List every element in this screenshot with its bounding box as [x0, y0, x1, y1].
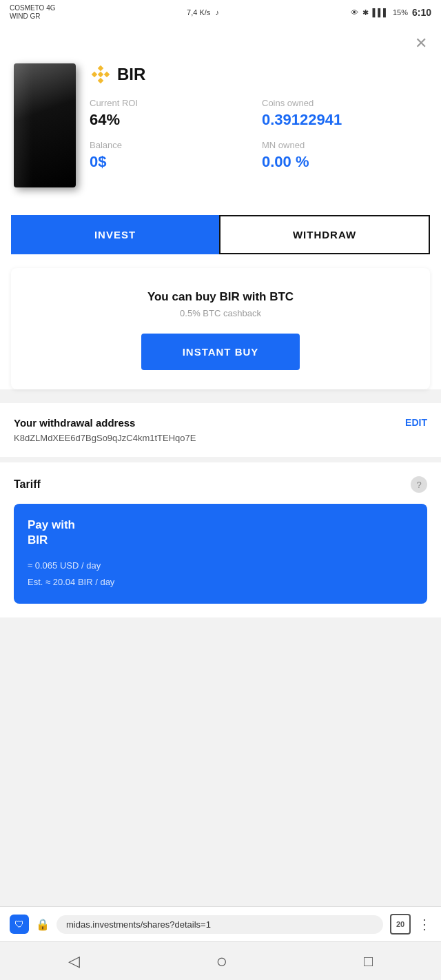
- bluetooth-icon: ✱: [362, 8, 369, 17]
- browser-menu-icon[interactable]: ⋮: [418, 916, 431, 932]
- close-button[interactable]: ✕: [415, 36, 427, 51]
- token-logo-icon: [90, 63, 112, 85]
- withdrawal-address: K8dZLMdXEE6d7BgSo9qJzC4km1tTEHqo7E: [14, 433, 427, 443]
- stats-grid: Current ROI 64% Coins owned 0.39122941 B…: [90, 98, 427, 171]
- btc-card-title: You can buy BIR with BTC: [25, 290, 416, 304]
- browser-bar: 🛡 🔒 midas.investments/shares?details=1 2…: [0, 906, 441, 941]
- tariff-section: Tariff ? Pay withBIR ≈ 0.065 USD / day E…: [0, 462, 441, 617]
- carrier-info: COSMETO 4G WIND GR: [10, 4, 56, 21]
- withdrawal-header: Your withdrawal address EDIT: [14, 417, 427, 429]
- coins-owned-stat: Coins owned 0.39122941: [262, 98, 427, 129]
- btc-card: You can buy BIR with BTC 0.5% BTC cashba…: [11, 268, 430, 389]
- eye-icon: 👁: [351, 8, 358, 17]
- current-roi-label: Current ROI: [90, 98, 255, 108]
- status-icons: 👁 ✱ ▌▌▌ 15% 6:10: [351, 7, 431, 18]
- token-name-row: BIR: [90, 63, 427, 85]
- balance-value: 0$: [90, 153, 255, 171]
- tariff-usd-per-day: ≈ 0.065 USD / day: [28, 558, 413, 573]
- edit-button[interactable]: EDIT: [405, 417, 427, 428]
- token-name: BIR: [117, 65, 145, 84]
- browser-url[interactable]: midas.investments/shares?details=1: [57, 915, 383, 934]
- battery-level: 15%: [393, 8, 408, 17]
- status-time: 6:10: [412, 7, 431, 18]
- token-image: [14, 63, 76, 187]
- current-roi-value: 64%: [90, 111, 255, 129]
- action-buttons: INVEST WITHDRAW: [11, 215, 430, 254]
- token-details: BIR Current ROI 64% Coins owned 0.391229…: [90, 63, 427, 171]
- tariff-card: Pay withBIR ≈ 0.065 USD / day Est. ≈ 20.…: [14, 504, 427, 604]
- instant-buy-button[interactable]: INSTANT BUY: [141, 334, 300, 370]
- withdrawal-title: Your withdrawal address: [14, 417, 135, 429]
- home-button[interactable]: ○: [216, 950, 227, 972]
- invest-button[interactable]: INVEST: [11, 215, 219, 254]
- browser-tabs-count[interactable]: 20: [390, 914, 411, 935]
- token-header: BIR Current ROI 64% Coins owned 0.391229…: [0, 57, 441, 201]
- tariff-title: Tariff: [14, 478, 41, 491]
- signal-bars: ▌▌▌: [373, 8, 389, 17]
- help-icon[interactable]: ?: [411, 476, 427, 493]
- coins-owned-value: 0.39122941: [262, 111, 427, 129]
- withdraw-button[interactable]: WITHDRAW: [219, 215, 430, 254]
- tariff-bir-per-day: Est. ≈ 20.04 BIR / day: [28, 574, 413, 590]
- carrier2-name: WIND GR: [10, 12, 56, 21]
- btc-card-subtitle: 0.5% BTC cashback: [25, 308, 416, 318]
- balance-label: Balance: [90, 140, 255, 150]
- tariff-header: Tariff ?: [14, 476, 427, 493]
- recents-button[interactable]: □: [364, 952, 373, 970]
- coins-owned-label: Coins owned: [262, 98, 427, 108]
- carrier-name: COSMETO 4G: [10, 4, 56, 12]
- balance-stat: Balance 0$: [90, 140, 255, 171]
- current-roi-stat: Current ROI 64%: [90, 98, 255, 129]
- main-card: ✕ BIR Current: [0, 25, 441, 389]
- tariff-card-title: Pay withBIR: [28, 518, 413, 548]
- mn-owned-label: MN owned: [262, 140, 427, 150]
- close-bar: ✕: [0, 25, 441, 57]
- mn-owned-value: 0.00 %: [262, 153, 427, 171]
- navigation-bar: ◁ ○ □: [0, 941, 441, 980]
- withdrawal-section: Your withdrawal address EDIT K8dZLMdXEE6…: [0, 403, 441, 457]
- shield-icon[interactable]: 🛡: [10, 915, 29, 934]
- mn-owned-stat: MN owned 0.00 %: [262, 140, 427, 171]
- back-button[interactable]: ◁: [68, 952, 80, 970]
- status-bar: COSMETO 4G WIND GR 7,4 K/s ♪ 👁 ✱ ▌▌▌ 15%…: [0, 0, 441, 25]
- lock-icon: 🔒: [36, 918, 50, 931]
- data-speed: 7,4 K/s ♪: [187, 8, 219, 17]
